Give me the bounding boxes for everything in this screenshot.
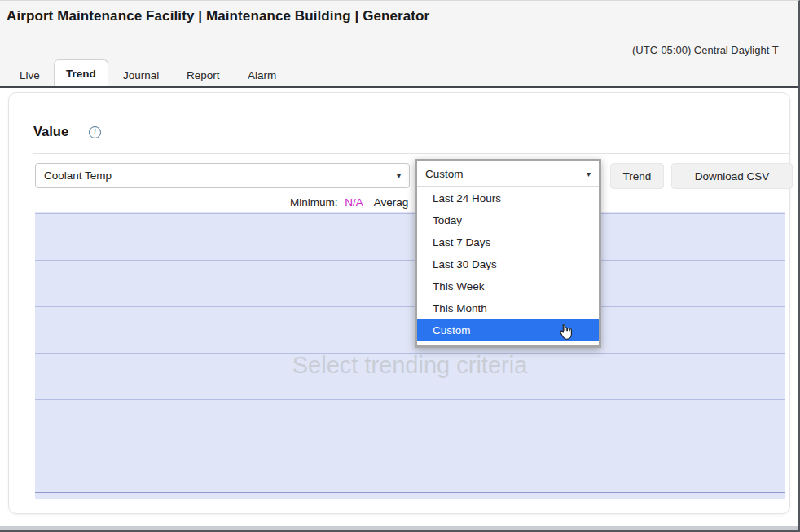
point-select-value: Coolant Temp <box>44 169 112 182</box>
tab-report[interactable]: Report <box>187 69 220 81</box>
trend-panel: Value i Coolant Temp ▾ Trend Download CS… <box>8 92 790 514</box>
chart-gridline <box>35 399 785 400</box>
trend-button[interactable]: Trend <box>610 163 664 189</box>
download-csv-button[interactable]: Download CSV <box>671 163 793 189</box>
section-title: Value <box>33 124 68 139</box>
timezone-label: (UTC-05:00) Central Daylight T <box>632 44 779 56</box>
option-this-month[interactable]: This Month <box>417 297 599 319</box>
chart-gridline <box>35 446 785 446</box>
point-select[interactable]: Coolant Temp ▾ <box>35 163 410 188</box>
chart-placeholder-text: Select trending criteria <box>35 352 785 379</box>
app-window: Airport Maintenance Facility | Maintenan… <box>0 0 800 532</box>
option-today[interactable]: Today <box>417 209 599 231</box>
minimum-label: Minimum: <box>290 196 338 209</box>
window-bottom-edge <box>0 526 798 532</box>
cursor-icon <box>556 323 574 344</box>
chevron-down-icon: ▾ <box>587 169 591 178</box>
option-last-30-days[interactable]: Last 30 Days <box>417 253 599 275</box>
range-select-value: Custom <box>425 168 464 180</box>
minimum-value: N/A <box>345 196 363 209</box>
option-this-week[interactable]: This Week <box>417 275 599 297</box>
tab-journal[interactable]: Journal <box>123 69 159 81</box>
option-last-24-hours[interactable]: Last 24 Hours <box>417 187 599 209</box>
range-select[interactable]: Custom ▾ <box>417 161 599 187</box>
chart-axis-line <box>35 492 785 493</box>
range-dropdown: Custom ▾ Last 24 Hours Today Last 7 Days… <box>415 159 601 348</box>
top-bar: Airport Maintenance Facility | Maintenan… <box>0 1 798 88</box>
average-label-partial: Averag <box>374 196 409 209</box>
chart-gridline <box>35 306 785 307</box>
range-option-list: Last 24 Hours Today Last 7 Days Last 30 … <box>417 187 599 345</box>
chevron-down-icon: ▾ <box>397 171 401 180</box>
tab-alarm[interactable]: Alarm <box>248 69 276 81</box>
chart-gridline <box>35 260 785 261</box>
info-icon[interactable]: i <box>89 126 101 138</box>
tab-live[interactable]: Live <box>20 69 40 81</box>
page-title: Airport Maintenance Facility | Maintenan… <box>7 8 429 24</box>
chart-gridline <box>35 213 785 214</box>
tab-trend-label: Trend <box>66 68 96 80</box>
section-divider <box>33 153 789 154</box>
stats-row: Minimum: N/A Averag <box>290 196 408 209</box>
option-last-7-days[interactable]: Last 7 Days <box>417 231 599 253</box>
trend-chart-area: Select trending criteria <box>35 212 785 499</box>
tab-trend[interactable]: Trend <box>54 59 108 86</box>
